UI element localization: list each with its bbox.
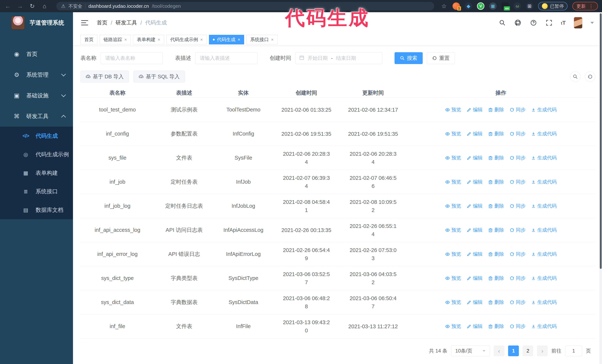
end-date-placeholder[interactable]: 结束日期 [336,55,356,62]
delete-link[interactable]: 删除 [488,106,504,113]
font-size-icon[interactable]: tT [561,20,566,26]
sync-link[interactable]: 同步 [510,299,526,305]
delete-link[interactable]: 删除 [488,251,504,257]
sync-link[interactable]: 同步 [510,106,526,113]
goto-page-input[interactable]: 1 [565,345,582,356]
generate-code-link[interactable]: 生成代码 [531,323,557,330]
delete-link[interactable]: 删除 [488,131,504,137]
browser-update-button[interactable]: 更新 ⋮ [572,2,598,10]
sync-link[interactable]: 同步 [510,179,526,185]
green-check-extension-icon[interactable]: V [477,2,484,10]
generate-code-link[interactable]: 生成代码 [531,106,557,113]
delete-link[interactable]: 删除 [488,203,504,209]
fullscreen-icon[interactable] [545,19,553,26]
paused-extension-pill[interactable]: 已暂停 [538,2,568,10]
tab-trace[interactable]: 链路追踪× [100,35,131,44]
page-size-select[interactable]: 10条/页 [451,345,490,356]
close-icon[interactable]: × [271,37,274,42]
edit-link[interactable]: 编辑 [467,155,483,161]
sidebar-item-code-generation[interactable]: </> 代码生成 [0,127,73,145]
user-avatar[interactable] [574,17,582,29]
preview-link[interactable]: 预览 [445,275,461,281]
edit-link[interactable]: 编辑 [467,323,483,330]
delete-link[interactable]: 删除 [488,155,504,161]
sidebar-item-database-docs[interactable]: ▤ 数据库文档 [0,201,73,219]
import-db-button[interactable]: 基于 DB 导入 [80,71,129,83]
table-desc-input[interactable]: 请输入表描述 [195,52,258,64]
help-question-icon[interactable] [530,19,537,26]
sidebar-item-infrastructure[interactable]: ▣ 基础设施 [0,85,73,106]
toggle-search-button[interactable] [570,72,580,82]
sync-link[interactable]: 同步 [510,323,526,330]
sidebar-item-home[interactable]: ◉ 首页 [0,44,73,64]
tab-home[interactable]: 首页 [80,35,97,44]
orange-extension-icon[interactable]: 1 [452,2,460,10]
edit-link[interactable]: 编辑 [467,227,483,233]
refresh-button[interactable] [585,72,595,82]
preview-link[interactable]: 预览 [445,227,461,233]
close-icon[interactable]: × [158,37,160,42]
kebab-menu-icon[interactable]: ⋮ [589,3,594,9]
reset-button[interactable]: 重置 [427,52,455,64]
sync-link[interactable]: 同步 [510,275,526,281]
sync-link[interactable]: 同步 [510,227,526,233]
generate-code-link[interactable]: 生成代码 [531,155,557,161]
puzzle-extension-icon[interactable]: ⊞ [526,2,533,10]
generate-code-link[interactable]: 生成代码 [531,275,557,281]
browser-home-icon[interactable]: ⌂ [41,3,48,10]
dark-on-extension-icon[interactable]: on [501,2,509,10]
preview-link[interactable]: 预览 [445,179,461,185]
breadcrumb-group[interactable]: 研发工具 [116,19,137,26]
sync-link[interactable]: 同步 [510,155,526,161]
sync-link[interactable]: 同步 [510,251,526,257]
sidebar-item-system-api[interactable]: ≣ 系统接口 [0,182,73,201]
gem-extension-icon[interactable]: ◆ [465,2,472,10]
browser-reload-icon[interactable]: ↻ [29,3,36,10]
search-icon[interactable] [499,19,506,26]
grid-extension-icon[interactable]: ▦ [489,2,497,10]
preview-link[interactable]: 预览 [445,251,461,257]
page-scrollbar[interactable] [599,12,602,364]
sidebar-item-system-management[interactable]: ⚙ 系统管理 [0,64,73,85]
scrollbar-thumb[interactable] [600,13,602,269]
delete-link[interactable]: 删除 [488,227,504,233]
sidebar-item-code-generation-demo[interactable]: ◎ 代码生成示例 [0,145,73,164]
preview-link[interactable]: 预览 [445,203,461,209]
tab-system-api[interactable]: 系统接口× [246,35,278,44]
github-icon[interactable] [514,19,522,26]
start-date-placeholder[interactable]: 开始日期 [308,55,328,62]
page-button-1[interactable]: 1 [508,345,519,356]
monkey-extension-icon[interactable]: ω [514,2,521,10]
preview-link[interactable]: 预览 [445,106,461,113]
close-icon[interactable]: × [200,37,203,42]
edit-link[interactable]: 编辑 [467,106,483,113]
page-button-2[interactable]: 2 [523,345,533,356]
delete-link[interactable]: 删除 [488,323,504,330]
generate-code-link[interactable]: 生成代码 [531,131,557,137]
tab-form-builder[interactable]: 表单构建× [133,35,164,44]
generate-code-link[interactable]: 生成代码 [531,227,557,233]
browser-forward-icon[interactable]: → [16,3,24,10]
preview-link[interactable]: 预览 [445,323,461,330]
delete-link[interactable]: 删除 [488,299,504,305]
edit-link[interactable]: 编辑 [467,131,483,137]
close-icon[interactable]: × [238,37,240,42]
hamburger-icon[interactable] [81,20,88,25]
edit-link[interactable]: 编辑 [467,299,483,305]
delete-link[interactable]: 删除 [488,179,504,185]
table-name-input[interactable]: 请输入表名称 [101,52,163,64]
avatar-caret-icon[interactable] [591,22,594,24]
generate-code-link[interactable]: 生成代码 [531,251,557,257]
sidebar-item-dev-tools[interactable]: ⌘ 研发工具 [0,106,73,127]
close-icon[interactable]: × [124,37,127,42]
sync-link[interactable]: 同步 [510,203,526,209]
next-page-button[interactable]: › [537,345,548,356]
tab-codegen[interactable]: 代码生成× [209,35,244,44]
search-button[interactable]: 搜索 [395,52,423,64]
sidebar-item-form-builder[interactable]: ▦ 表单构建 [0,164,73,182]
edit-link[interactable]: 编辑 [467,179,483,185]
app-logo[interactable]: 芋道管理系统 [0,12,73,33]
address-bar[interactable]: ⚠ 不安全 dashboard.yudao.iocoder.cn/tool/co… [56,2,434,10]
browser-back-icon[interactable]: ← [4,3,11,10]
preview-link[interactable]: 预览 [445,299,461,305]
